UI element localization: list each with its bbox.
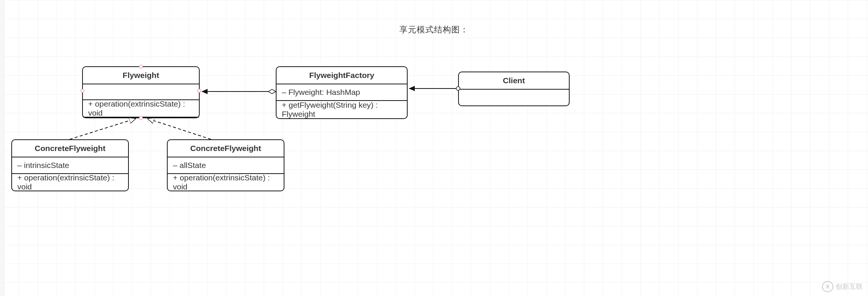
class-method: + operation(extrinsicState) : void — [168, 174, 284, 191]
edge-concrete2-to-flyweight — [148, 119, 211, 139]
class-flyweight-factory[interactable]: FlyweightFactory – Flyweight: HashMap + … — [276, 66, 408, 119]
anchor-bottom — [139, 116, 143, 120]
diagram-canvas: 享元模式结构图： Flyweight + operation(extrinsic… — [0, 0, 868, 296]
class-fields-empty — [83, 84, 199, 100]
anchor-top — [139, 65, 143, 69]
class-method: + getFlyweight(String key) : Flyweight — [277, 101, 407, 118]
class-name: FlyweightFactory — [277, 67, 407, 84]
class-field: – Flyweight: HashMap — [277, 84, 407, 101]
edge-concrete1-to-flyweight — [70, 119, 136, 139]
class-field: – allState — [168, 157, 284, 174]
anchor-left — [81, 89, 84, 93]
class-concrete-flyweight-2[interactable]: ConcreteFlyweight – allState + operation… — [167, 139, 284, 191]
watermark-logo-icon: X — [822, 281, 833, 292]
class-name: ConcreteFlyweight — [12, 140, 128, 157]
class-field: – intrinsicState — [12, 157, 128, 174]
class-client[interactable]: Client — [458, 72, 570, 106]
class-method: + operation(extrinsicState) : void — [12, 174, 128, 191]
class-name: ConcreteFlyweight — [168, 140, 284, 157]
diagram-title: 享元模式结构图： — [0, 24, 868, 35]
class-body-empty — [459, 90, 569, 105]
diagram-edges — [0, 0, 868, 296]
anchor-right — [197, 89, 201, 93]
left-gutter — [0, 0, 4, 296]
class-name: Client — [459, 72, 569, 90]
class-method: + operation(extrinsicState) : void — [83, 100, 199, 117]
class-concrete-flyweight-1[interactable]: ConcreteFlyweight – intrinsicState + ope… — [11, 139, 129, 191]
watermark: X 创新互联 — [822, 281, 863, 292]
class-name: Flyweight — [83, 67, 199, 84]
watermark-text: 创新互联 — [836, 282, 863, 291]
class-flyweight[interactable]: Flyweight + operation(extrinsicState) : … — [82, 66, 200, 118]
